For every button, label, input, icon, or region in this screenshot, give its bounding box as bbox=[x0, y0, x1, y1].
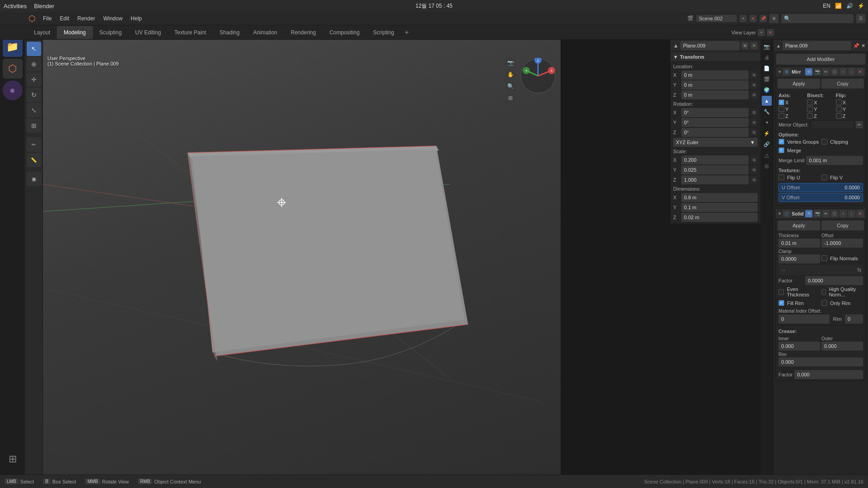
factor-bottom-field[interactable]: 0.000 bbox=[794, 370, 863, 379]
rot-y-field[interactable]: 0° bbox=[681, 118, 749, 127]
loc-x-copy[interactable]: ⧉ bbox=[750, 71, 758, 79]
solid-cage-btn[interactable]: ⬡ bbox=[831, 210, 838, 217]
physics-props-btn[interactable]: ⚡ bbox=[762, 128, 772, 138]
preferences-btn[interactable]: ⚙ bbox=[769, 14, 778, 23]
mirror-render-btn[interactable]: 📷 bbox=[814, 68, 821, 75]
mirror-cage-btn[interactable]: ⬡ bbox=[831, 68, 838, 75]
menu-help[interactable]: Help bbox=[127, 14, 146, 23]
grid-view-btn[interactable]: ⊞ bbox=[505, 93, 515, 103]
solid-apply-btn[interactable]: Apply bbox=[778, 221, 820, 230]
rotate-tool[interactable]: ↻ bbox=[27, 88, 41, 102]
mod-pin-icon[interactable]: 📌 bbox=[853, 43, 859, 49]
flip-u-check[interactable] bbox=[778, 174, 784, 180]
flip-v-check[interactable] bbox=[821, 174, 827, 180]
loc-z-copy[interactable]: ⧉ bbox=[750, 91, 758, 99]
bisect-z-check[interactable] bbox=[807, 113, 813, 119]
scene-selector[interactable]: Scene.002 bbox=[696, 15, 737, 22]
annotate-tool[interactable]: ✏ bbox=[27, 137, 41, 152]
search-bar[interactable]: 🔍 bbox=[781, 14, 854, 23]
solid-delete-btn[interactable]: ✕ bbox=[857, 210, 864, 217]
cursor-tool[interactable]: ⊕ bbox=[27, 57, 41, 71]
scale-tool[interactable]: ⤡ bbox=[27, 103, 41, 117]
mirror-object-pick[interactable]: ✏ bbox=[856, 121, 863, 128]
files-btn[interactable]: 📁 bbox=[3, 37, 23, 57]
scale-z-copy[interactable]: ⧉ bbox=[750, 176, 758, 183]
scene-remove-btn[interactable]: ✕ bbox=[750, 15, 757, 22]
even-thickness-check[interactable] bbox=[778, 289, 784, 295]
scene-props-btn[interactable]: 🎬 bbox=[762, 74, 772, 84]
pin-btn[interactable]: 📌 bbox=[760, 15, 767, 22]
tab-rendering[interactable]: Rendering bbox=[284, 26, 322, 39]
dim-x-field[interactable]: 0.8 m bbox=[681, 193, 758, 202]
select-tool[interactable]: ↖ bbox=[27, 42, 41, 56]
mirror-moveup-btn[interactable]: ↑ bbox=[840, 68, 847, 75]
view-layer-props-btn[interactable]: 📄 bbox=[762, 63, 772, 73]
only-rim-check[interactable] bbox=[821, 300, 827, 306]
world-props-btn[interactable]: 🌍 bbox=[762, 85, 772, 95]
clipping-check[interactable] bbox=[821, 139, 827, 145]
loc-y-field[interactable]: 0 m bbox=[681, 80, 749, 89]
rot-z-copy[interactable]: ⧉ bbox=[750, 129, 758, 136]
menu-render[interactable]: Render bbox=[74, 14, 99, 23]
mirror-object-field[interactable] bbox=[811, 120, 854, 129]
material-props-btn[interactable]: ◎ bbox=[762, 161, 772, 171]
move-tool[interactable]: ✛ bbox=[27, 72, 41, 87]
flip-normals-check[interactable] bbox=[821, 255, 827, 261]
loc-z-field[interactable]: 0 m bbox=[681, 90, 749, 99]
zoom-btn[interactable]: 🔍 bbox=[505, 81, 515, 91]
modifier-props-btn[interactable]: 🔧 bbox=[762, 107, 772, 117]
3d-viewport[interactable]: User Perspective (1) Scene Collection | … bbox=[43, 40, 561, 474]
object-name-field[interactable]: Plane.009 bbox=[680, 41, 740, 50]
unknown-btn[interactable]: ● bbox=[3, 80, 23, 100]
nav-gizmo[interactable]: Z X Y bbox=[520, 58, 556, 94]
data-props-btn[interactable]: △ bbox=[762, 150, 772, 160]
add-modifier-btn[interactable]: Add Modifier bbox=[776, 54, 865, 65]
object-hide-btn[interactable]: ✕ bbox=[750, 42, 758, 49]
add-cube-tool[interactable]: ▣ bbox=[27, 172, 41, 186]
tab-animation[interactable]: Animation bbox=[246, 26, 284, 39]
v-offset-field[interactable]: V Offset 0.0000 bbox=[778, 193, 863, 202]
blender-app-label[interactable]: Blender bbox=[34, 3, 54, 9]
axis-y-check[interactable] bbox=[778, 106, 784, 112]
vertex-groups-check[interactable]: ✓ bbox=[778, 139, 784, 145]
mirror-copy-btn[interactable]: Copy bbox=[821, 79, 864, 89]
menu-file[interactable]: File bbox=[39, 14, 55, 23]
clamp-field[interactable]: 0.0000 bbox=[778, 254, 820, 263]
menu-window[interactable]: Window bbox=[99, 14, 126, 23]
rot-y-copy[interactable]: ⧉ bbox=[750, 119, 758, 126]
add-workspace-btn[interactable]: + bbox=[401, 27, 412, 38]
loc-x-field[interactable]: 0 m bbox=[681, 70, 749, 80]
mirror-apply-btn[interactable]: Apply bbox=[778, 79, 820, 89]
inner-field[interactable]: 0.000 bbox=[778, 342, 820, 351]
solid-collapse-icon[interactable]: ▼ bbox=[778, 211, 782, 216]
flip-x-check[interactable] bbox=[836, 99, 842, 105]
tab-compositing[interactable]: Compositing bbox=[323, 26, 367, 39]
solid-copy-btn[interactable]: Copy bbox=[821, 221, 864, 230]
solid-realtime-btn[interactable]: 👁 bbox=[805, 210, 812, 217]
rot-x-copy[interactable]: ⧉ bbox=[750, 109, 758, 116]
scale-x-field[interactable]: 0.200 bbox=[681, 155, 749, 164]
flip-z-check[interactable] bbox=[836, 113, 842, 119]
dim-y-field[interactable]: 0.1 m bbox=[681, 203, 758, 212]
mirror-realtime-btn[interactable]: 👁 bbox=[805, 68, 812, 75]
scale-x-copy[interactable]: ⧉ bbox=[750, 156, 758, 164]
mirror-delete-btn[interactable]: ✕ bbox=[857, 68, 864, 75]
mod-close-icon[interactable]: ✕ bbox=[861, 43, 865, 49]
solid-movedown-btn[interactable]: ↓ bbox=[848, 210, 855, 217]
filter-btn[interactable]: ☰ bbox=[856, 14, 865, 23]
solid-moveup-btn[interactable]: ↑ bbox=[840, 210, 847, 217]
merge-limit-field[interactable]: 0.001 m bbox=[806, 156, 863, 165]
rot-x-field[interactable]: 0° bbox=[681, 108, 749, 117]
flip-y-check[interactable] bbox=[836, 106, 842, 112]
mirror-movedown-btn[interactable]: ↓ bbox=[848, 68, 855, 75]
activities-label[interactable]: Activities bbox=[4, 3, 27, 9]
rim-crease-field[interactable]: 0.000 bbox=[778, 357, 863, 366]
view-layer-add[interactable]: + bbox=[758, 29, 765, 36]
offset-field[interactable]: -1.0000 bbox=[821, 239, 863, 248]
axis-z-check[interactable] bbox=[778, 113, 784, 119]
mod-object-name[interactable]: Plane.009 bbox=[783, 41, 851, 50]
hand-tool-btn[interactable]: ✋ bbox=[505, 70, 515, 80]
tab-texture-paint[interactable]: Texture Paint bbox=[168, 26, 213, 39]
constraints-props-btn[interactable]: 🔗 bbox=[762, 139, 772, 149]
bisect-y-check[interactable] bbox=[807, 106, 813, 112]
